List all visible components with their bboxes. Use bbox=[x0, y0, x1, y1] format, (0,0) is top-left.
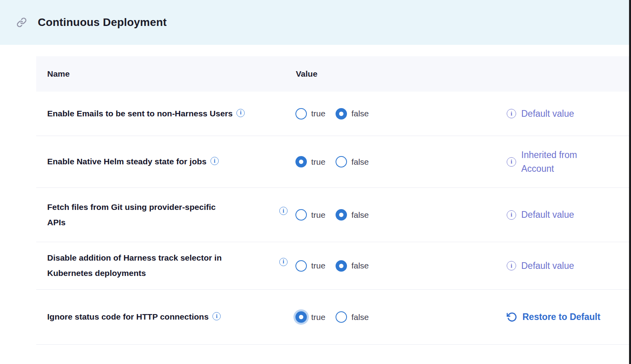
setting-label-cell: Ignore status code for HTTP connections bbox=[36, 309, 276, 325]
radio-true[interactable] bbox=[295, 209, 307, 221]
radio-true-label[interactable]: true bbox=[311, 157, 325, 167]
setting-row: Ignore status code for HTTP connections … bbox=[36, 290, 629, 345]
info-icon[interactable] bbox=[507, 261, 516, 270]
status-label: Default value bbox=[521, 208, 574, 222]
radio-false[interactable] bbox=[336, 156, 347, 167]
link-icon[interactable] bbox=[17, 17, 27, 28]
column-header-name: Name bbox=[47, 69, 70, 79]
setting-label-cell: Fetch files from Git using provider-spec… bbox=[36, 200, 276, 230]
radio-group: true false bbox=[295, 156, 369, 167]
section-header: Continuous Deployment bbox=[0, 0, 631, 45]
info-icon[interactable] bbox=[507, 109, 516, 118]
radio-false-label[interactable]: false bbox=[351, 157, 369, 167]
settings-page: Continuous Deployment Name Value Enable … bbox=[0, 0, 631, 364]
radio-false-label[interactable]: false bbox=[351, 313, 369, 322]
setting-label-cell: Enable Emails to be sent to non-Harness … bbox=[36, 106, 276, 121]
setting-status-cell: Default value bbox=[507, 92, 574, 136]
setting-label-cell: Disable addition of Harness track select… bbox=[36, 250, 276, 281]
setting-value-cell: true false bbox=[279, 290, 369, 344]
setting-value-cell: true false bbox=[279, 136, 369, 188]
setting-name: Fetch files from Git using provider-spec… bbox=[47, 202, 216, 227]
setting-name: Enable Native Helm steady state for jobs bbox=[47, 157, 207, 166]
setting-status-cell: Default value bbox=[507, 242, 574, 289]
page-title: Continuous Deployment bbox=[38, 16, 167, 29]
setting-value-cell: true false bbox=[279, 242, 369, 289]
table-header: Name Value bbox=[36, 56, 629, 92]
setting-value-cell: true false bbox=[279, 92, 369, 136]
radio-false[interactable] bbox=[336, 108, 347, 119]
radio-false-label[interactable]: false bbox=[351, 210, 369, 220]
info-icon[interactable] bbox=[236, 109, 245, 117]
setting-name: Enable Emails to be sent to non-Harness … bbox=[47, 109, 232, 118]
radio-true[interactable] bbox=[295, 108, 307, 119]
info-icon[interactable] bbox=[210, 157, 219, 165]
radio-true-label[interactable]: true bbox=[311, 261, 325, 270]
radio-false[interactable] bbox=[336, 209, 347, 221]
setting-row: Disable addition of Harness track select… bbox=[36, 242, 629, 290]
column-header-value: Value bbox=[296, 69, 317, 79]
status-label: Inherited from Account bbox=[521, 148, 609, 175]
status-label: Default value bbox=[521, 259, 574, 273]
radio-true-label[interactable]: true bbox=[311, 313, 325, 322]
radio-group: true false bbox=[295, 209, 369, 221]
info-icon[interactable] bbox=[212, 312, 221, 320]
setting-value-cell: true false bbox=[279, 188, 369, 242]
setting-status-cell: Restore to Default bbox=[507, 290, 600, 344]
radio-group: true false bbox=[295, 108, 369, 119]
info-icon[interactable] bbox=[279, 207, 288, 215]
setting-label-cell: Enable Native Helm steady state for jobs bbox=[36, 154, 276, 169]
setting-row: Enable Emails to be sent to non-Harness … bbox=[36, 92, 629, 136]
setting-row: Enable Native Helm steady state for jobs… bbox=[36, 136, 629, 188]
radio-true-label[interactable]: true bbox=[311, 210, 325, 220]
info-icon[interactable] bbox=[507, 157, 516, 167]
right-edge-divider bbox=[629, 0, 631, 364]
setting-status-cell: Inherited from Account bbox=[507, 136, 609, 188]
settings-table: Name Value Enable Emails to be sent to n… bbox=[36, 56, 629, 345]
status-label[interactable]: Restore to Default bbox=[522, 310, 600, 324]
info-icon[interactable] bbox=[507, 210, 516, 220]
radio-true[interactable] bbox=[295, 260, 307, 272]
setting-row: Fetch files from Git using provider-spec… bbox=[36, 188, 629, 242]
status-label: Default value bbox=[521, 107, 574, 121]
restore-icon[interactable] bbox=[507, 312, 517, 322]
setting-status-cell: Default value bbox=[507, 188, 574, 242]
setting-name: Ignore status code for HTTP connections bbox=[47, 312, 208, 321]
radio-true-label[interactable]: true bbox=[311, 109, 325, 118]
radio-group: true false bbox=[295, 260, 369, 272]
setting-name: Disable addition of Harness track select… bbox=[47, 253, 221, 278]
radio-true[interactable] bbox=[295, 156, 307, 167]
radio-false[interactable] bbox=[336, 260, 347, 272]
radio-false[interactable] bbox=[336, 311, 347, 323]
radio-false-label[interactable]: false bbox=[351, 109, 369, 118]
info-icon[interactable] bbox=[279, 258, 288, 266]
radio-true[interactable] bbox=[295, 311, 307, 323]
radio-group: true false bbox=[295, 311, 369, 323]
radio-false-label[interactable]: false bbox=[351, 261, 369, 270]
